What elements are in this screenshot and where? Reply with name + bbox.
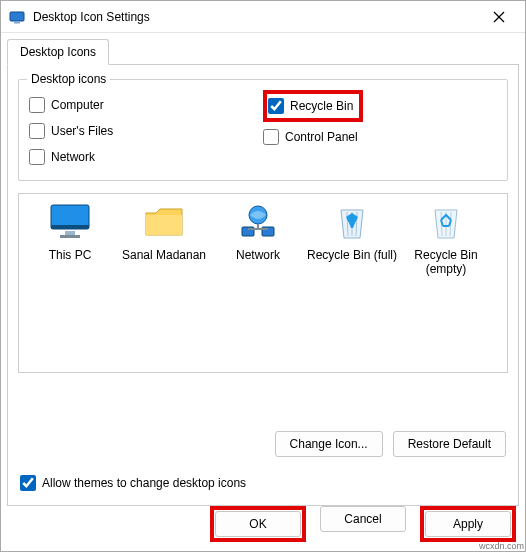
checkbox-label: Network — [51, 150, 95, 164]
restore-default-button[interactable]: Restore Default — [393, 431, 506, 457]
tabs-container: Desktop Icons Desktop icons Computer Use… — [7, 39, 519, 506]
checkbox-network[interactable]: Network — [29, 146, 263, 168]
icon-item-this-pc[interactable]: This PC — [23, 202, 117, 262]
window-title: Desktop Icon Settings — [33, 10, 479, 24]
recycle-empty-icon — [422, 202, 470, 242]
dialog-buttons: OK Cancel Apply — [210, 506, 516, 542]
ok-button[interactable]: OK — [215, 511, 301, 537]
app-icon — [9, 9, 25, 25]
icon-item-user[interactable]: Sanal Madanan — [117, 202, 211, 262]
icon-buttons-row: Change Icon... Restore Default — [275, 431, 506, 457]
titlebar: Desktop Icon Settings — [1, 1, 525, 33]
checkbox-label: User's Files — [51, 124, 113, 138]
svg-rect-5 — [51, 225, 89, 229]
close-icon — [493, 11, 505, 23]
checkbox-allow-themes[interactable]: Allow themes to change desktop icons — [20, 475, 246, 491]
icon-label: This PC — [23, 248, 117, 262]
checkbox-label: Control Panel — [285, 130, 358, 144]
icon-preview-list[interactable]: This PC Sanal Madanan — [18, 193, 508, 373]
recycle-full-icon — [328, 202, 376, 242]
highlight-ok: OK — [210, 506, 306, 542]
svg-rect-0 — [10, 12, 24, 21]
svg-rect-6 — [65, 231, 75, 235]
monitor-icon — [46, 202, 94, 242]
desktop-icons-group: Desktop icons Computer User's Files — [18, 79, 508, 181]
checkbox-label: Recycle Bin — [290, 99, 353, 113]
change-icon-button[interactable]: Change Icon... — [275, 431, 383, 457]
icon-item-recycle-empty[interactable]: Recycle Bin (empty) — [399, 202, 493, 276]
icon-label: Sanal Madanan — [117, 248, 211, 262]
apply-button[interactable]: Apply — [425, 511, 511, 537]
icon-item-network[interactable]: Network — [211, 202, 305, 262]
icon-item-recycle-full[interactable]: Recycle Bin (full) — [305, 202, 399, 262]
icon-label: Network — [211, 248, 305, 262]
cancel-button[interactable]: Cancel — [320, 506, 406, 532]
icon-label: Recycle Bin (full) — [305, 248, 399, 262]
highlight-recycle-bin: Recycle Bin — [263, 90, 363, 122]
tab-panel: Desktop icons Computer User's Files — [7, 64, 519, 506]
icon-label: Recycle Bin (empty) — [399, 248, 493, 276]
close-button[interactable] — [479, 3, 519, 31]
svg-rect-7 — [60, 235, 80, 238]
tab-desktop-icons[interactable]: Desktop Icons — [7, 39, 109, 65]
svg-rect-1 — [14, 22, 20, 24]
checkbox-recycle-bin[interactable]: Recycle Bin — [268, 95, 353, 117]
network-icon — [234, 202, 282, 242]
checkbox-label: Computer — [51, 98, 104, 112]
folder-icon — [140, 202, 188, 242]
checkbox-control-panel[interactable]: Control Panel — [263, 126, 497, 148]
watermark: wcxdn.com — [479, 541, 524, 551]
checkbox-label: Allow themes to change desktop icons — [42, 476, 246, 490]
highlight-apply: Apply — [420, 506, 516, 542]
group-label: Desktop icons — [27, 72, 110, 86]
checkbox-users-files[interactable]: User's Files — [29, 120, 263, 142]
dialog-window: Desktop Icon Settings Desktop Icons Desk… — [0, 0, 526, 552]
checkbox-computer[interactable]: Computer — [29, 94, 263, 116]
